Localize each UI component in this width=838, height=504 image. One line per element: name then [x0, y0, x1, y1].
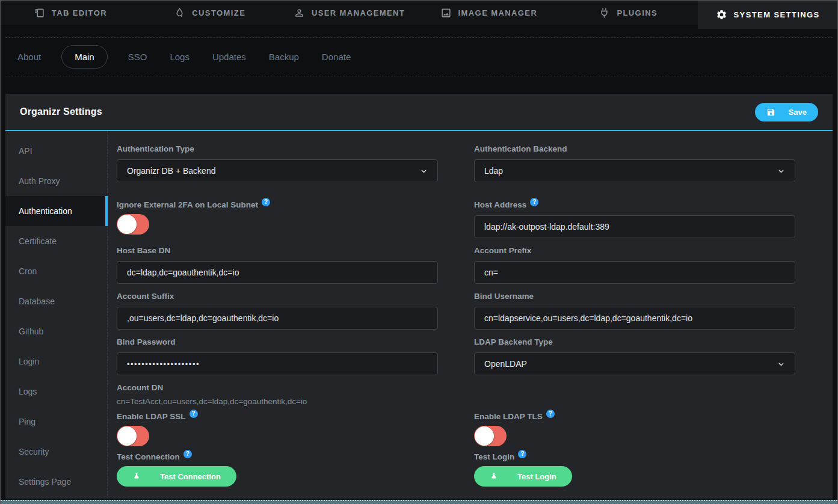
ldap-backend-type-select[interactable]: OpenLDAP	[474, 352, 795, 375]
help-icon[interactable]	[183, 450, 192, 458]
help-icon[interactable]	[262, 198, 270, 206]
ignore-2fa-field: Ignore External 2FA on Local Subnet	[117, 200, 438, 240]
nav-image-manager[interactable]: IMAGE MANAGER	[419, 1, 558, 25]
nav-customize[interactable]: CUSTOMIZE	[140, 1, 280, 25]
page-title: Organizr Settings	[20, 106, 102, 117]
bind-password-input[interactable]	[117, 352, 438, 375]
tab-editor-icon	[34, 7, 45, 19]
sidebar-item-cron[interactable]: Cron	[5, 256, 107, 286]
host-base-dn-input[interactable]	[117, 261, 438, 284]
sidebar-item-logs[interactable]: Logs	[5, 376, 107, 407]
nav-label: IMAGE MANAGER	[458, 8, 538, 17]
plugins-icon	[599, 7, 610, 19]
host-address-field: Host Address	[474, 200, 795, 238]
help-icon[interactable]	[518, 450, 526, 458]
subnav-backup[interactable]: Backup	[266, 46, 301, 68]
account-prefix-field: Account Prefix	[474, 246, 795, 284]
nav-label: PLUGINS	[617, 8, 658, 17]
bind-password-field: Bind Password	[117, 337, 438, 375]
test-login-button-label: Test Login	[517, 472, 556, 481]
test-login-button[interactable]: Test Login	[474, 466, 572, 487]
flask-icon	[490, 472, 498, 481]
chevron-down-icon	[420, 167, 428, 175]
nav-label: USER MANAGEMENT	[312, 8, 405, 17]
host-address-label: Host Address	[474, 200, 795, 209]
test-login-field: Test Login Test Login	[474, 452, 795, 487]
account-dn-value: cn=TestAcct,ou=users,dc=ldap,dc=goauthen…	[117, 397, 438, 406]
auth-type-value: Organizr DB + Backend	[127, 166, 215, 176]
spacer	[474, 383, 795, 412]
host-address-input[interactable]	[474, 215, 795, 238]
account-suffix-field: Account Suffix	[117, 292, 438, 330]
chevron-down-icon	[777, 360, 785, 368]
enable-ldap-ssl-toggle[interactable]	[117, 426, 149, 446]
organizr-settings-panel: Organizr Settings Save API Auth Proxy Au…	[5, 94, 833, 499]
toggle-knob	[117, 215, 137, 234]
chevron-down-icon	[777, 167, 785, 175]
sidebar-item-settings-page[interactable]: Settings Page	[5, 467, 107, 497]
account-dn-label: Account DN	[117, 383, 438, 392]
ignore-2fa-toggle[interactable]	[117, 214, 149, 235]
nav-system-settings[interactable]: SYSTEM SETTINGS	[698, 1, 837, 29]
save-icon	[766, 108, 775, 117]
help-icon[interactable]	[546, 410, 555, 418]
sidebar-item-api[interactable]: API	[5, 136, 107, 166]
enable-ldap-tls-field: Enable LDAP TLS	[474, 412, 795, 446]
auth-type-select[interactable]: Organizr DB + Backend	[117, 159, 438, 182]
auth-backend-field: Authentication Backend Ldap	[474, 144, 795, 182]
auth-type-label: Authentication Type	[117, 144, 438, 153]
ignore-2fa-label: Ignore External 2FA on Local Subnet	[117, 200, 438, 209]
sidebar-item-certificate[interactable]: Certificate	[5, 226, 107, 256]
auth-type-field: Authentication Type Organizr DB + Backen…	[117, 144, 438, 182]
save-label: Save	[789, 108, 807, 117]
enable-ldap-tls-toggle[interactable]	[474, 426, 507, 446]
bind-username-input[interactable]	[474, 307, 795, 330]
nav-user-management[interactable]: USER MANAGEMENT	[280, 1, 419, 25]
sidebar-item-auth-proxy[interactable]: Auth Proxy	[5, 166, 107, 196]
nav-label: TAB EDITOR	[52, 8, 107, 17]
settings-sub-nav: About Main SSO Logs Updates Backup Donat…	[5, 37, 833, 76]
auth-backend-value: Ldap	[484, 166, 503, 176]
subnav-about[interactable]: About	[15, 46, 43, 68]
test-connection-button-label: Test Connection	[160, 472, 221, 481]
enable-ldap-ssl-label: Enable LDAP SSL	[117, 412, 438, 421]
subnav-donate[interactable]: Donate	[319, 46, 353, 68]
account-prefix-label: Account Prefix	[474, 246, 795, 255]
subnav-main[interactable]: Main	[61, 45, 108, 69]
sidebar-item-security[interactable]: Security	[5, 437, 107, 467]
auth-backend-label: Authentication Backend	[474, 144, 795, 153]
customize-icon	[174, 7, 185, 19]
enable-ldap-ssl-field: Enable LDAP SSL	[117, 412, 438, 446]
auth-backend-select[interactable]: Ldap	[474, 159, 795, 182]
host-base-dn-label: Host Base DN	[117, 246, 438, 255]
subnav-sso[interactable]: SSO	[126, 46, 150, 68]
sidebar-item-database[interactable]: Database	[5, 286, 107, 316]
help-icon[interactable]	[189, 410, 198, 418]
subnav-updates[interactable]: Updates	[210, 46, 248, 68]
nav-plugins[interactable]: PLUGINS	[558, 1, 698, 25]
account-prefix-input[interactable]	[474, 261, 795, 284]
flask-icon	[132, 472, 141, 481]
bind-username-label: Bind Username	[474, 292, 795, 301]
account-suffix-input[interactable]	[117, 307, 438, 330]
bind-password-label: Bind Password	[117, 337, 438, 346]
sidebar-item-github[interactable]: Github	[5, 316, 107, 346]
nav-label: CUSTOMIZE	[192, 8, 245, 17]
nav-tab-editor[interactable]: TAB EDITOR	[1, 1, 140, 25]
test-connection-label: Test Connection	[117, 452, 438, 461]
image-manager-icon	[440, 7, 452, 19]
subnav-logs[interactable]: Logs	[167, 46, 192, 68]
save-button[interactable]: Save	[755, 103, 818, 121]
sidebar-item-ping[interactable]: Ping	[5, 407, 107, 437]
authentication-form: Authentication Type Organizr DB + Backen…	[108, 131, 833, 499]
panel-header: Organizr Settings Save	[5, 94, 833, 131]
user-management-icon	[294, 7, 305, 19]
system-settings-icon	[716, 9, 727, 20]
bind-username-field: Bind Username	[474, 292, 795, 330]
ldap-backend-type-value: OpenLDAP	[484, 359, 527, 369]
account-dn-field: Account DN cn=TestAcct,ou=users,dc=ldap,…	[117, 383, 438, 406]
test-connection-button[interactable]: Test Connection	[117, 466, 236, 487]
sidebar-item-authentication[interactable]: Authentication	[5, 196, 107, 226]
sidebar-item-login[interactable]: Login	[5, 346, 107, 376]
help-icon[interactable]	[530, 198, 538, 206]
